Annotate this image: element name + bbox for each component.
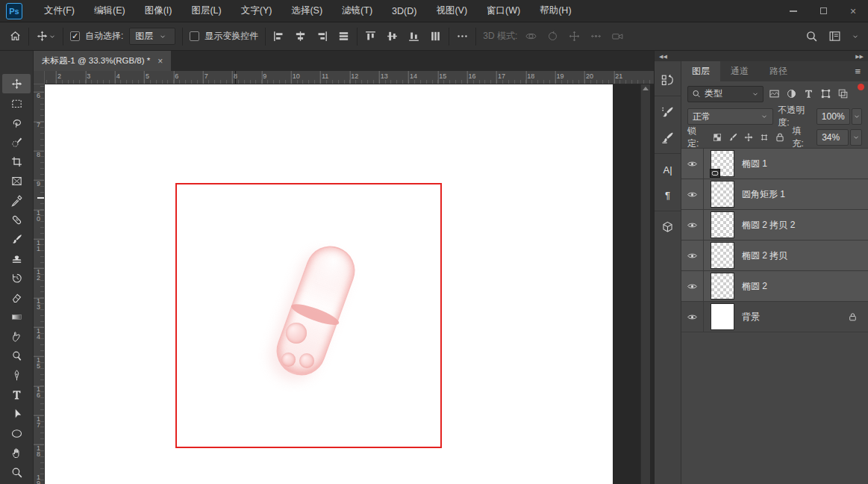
panel-tab-paths[interactable]: 路径 xyxy=(759,61,798,81)
layer-visibility-toggle[interactable] xyxy=(681,271,704,301)
layer-thumbnail[interactable] xyxy=(711,242,734,269)
menu-item-select[interactable]: 选择(S) xyxy=(281,0,332,22)
layer-thumbnail[interactable] xyxy=(711,273,734,300)
panel-tab-channels[interactable]: 通道 xyxy=(720,61,759,81)
tab-close-icon[interactable]: × xyxy=(157,56,163,66)
menu-item-file[interactable]: 文件(F) xyxy=(34,0,84,22)
workspace-icon[interactable] xyxy=(828,30,841,43)
minimize-button[interactable] xyxy=(778,0,808,22)
lasso-tool[interactable] xyxy=(2,113,31,132)
panel-strip-character-icon[interactable]: A| xyxy=(655,157,681,182)
scroll-up-arrow[interactable] xyxy=(643,87,649,90)
clone-stamp-tool[interactable] xyxy=(2,249,31,268)
layer-visibility-toggle[interactable] xyxy=(681,149,704,179)
more-options-icon[interactable] xyxy=(456,30,469,43)
type-tool[interactable] xyxy=(2,385,31,404)
frame-tool[interactable] xyxy=(2,171,31,190)
maximize-button[interactable] xyxy=(808,0,838,22)
menu-item-type[interactable]: 文字(Y) xyxy=(231,0,282,22)
search-icon[interactable] xyxy=(805,30,818,43)
opacity-input[interactable]: 100% xyxy=(817,108,850,125)
opacity-dropdown-button[interactable] xyxy=(852,108,862,125)
menu-item-layer[interactable]: 图层(L) xyxy=(181,0,231,22)
pixel-filter-icon[interactable] xyxy=(769,88,780,99)
type-filter-icon[interactable] xyxy=(803,88,814,99)
layer-visibility-toggle[interactable] xyxy=(681,302,704,332)
filter-toggle-light[interactable] xyxy=(858,84,864,90)
menu-item-window[interactable]: 窗口(W) xyxy=(477,0,530,22)
eyedropper-tool[interactable] xyxy=(2,190,31,210)
path-select-tool[interactable] xyxy=(2,404,31,424)
history-brush-tool[interactable] xyxy=(2,268,31,288)
panel-strip-3d-icon[interactable] xyxy=(655,214,681,240)
menu-item-help[interactable]: 帮助(H) xyxy=(530,0,581,22)
hand-tool[interactable] xyxy=(2,443,31,462)
zoom-tool[interactable] xyxy=(2,462,31,482)
panel-strip-brushes-icon[interactable] xyxy=(655,125,681,150)
fill-dropdown-button[interactable] xyxy=(850,129,862,146)
fill-input[interactable]: 34% xyxy=(817,129,849,146)
auto-select-target-dropdown[interactable]: 图层 xyxy=(129,28,175,45)
eraser-tool[interactable] xyxy=(2,288,31,307)
shape-filter-icon[interactable] xyxy=(820,88,831,99)
gradient-tool[interactable] xyxy=(2,307,31,326)
padlock-icon[interactable] xyxy=(775,132,785,143)
artboard-icon[interactable] xyxy=(759,132,769,143)
dodge-tool[interactable] xyxy=(2,346,31,365)
blend-mode-dropdown[interactable]: 正常 xyxy=(687,108,773,125)
align-left-icon[interactable] xyxy=(272,30,285,43)
panel-strip-history-icon[interactable] xyxy=(655,67,681,93)
align-middle-icon[interactable] xyxy=(386,30,399,43)
layer-thumbnail[interactable] xyxy=(711,150,734,177)
move-tool[interactable] xyxy=(2,74,31,93)
move-small-icon[interactable] xyxy=(743,132,754,143)
layer-row[interactable]: 圆角矩形 1 xyxy=(681,179,868,210)
align-top-icon[interactable] xyxy=(364,30,377,43)
panel-tab-layers[interactable]: 图层 xyxy=(681,61,720,81)
chevron-down-icon[interactable] xyxy=(49,33,56,40)
align-bottom-icon[interactable] xyxy=(408,30,420,43)
distribute-h-icon[interactable] xyxy=(337,30,350,43)
distribute-v-icon[interactable] xyxy=(429,30,442,43)
quick-select-tool[interactable] xyxy=(2,132,31,152)
layer-thumbnail[interactable] xyxy=(711,181,734,208)
brush-tool[interactable] xyxy=(2,229,31,249)
home-icon[interactable] xyxy=(9,30,22,43)
document-canvas[interactable] xyxy=(45,84,613,484)
menu-item-filter[interactable]: 滤镜(T) xyxy=(332,0,382,22)
close-button[interactable]: × xyxy=(838,0,868,22)
align-center-h-icon[interactable] xyxy=(294,30,307,43)
healing-brush-tool[interactable] xyxy=(2,210,31,229)
canvas-viewport[interactable] xyxy=(45,84,654,484)
pen-tool[interactable] xyxy=(2,365,31,385)
align-right-icon[interactable] xyxy=(316,30,328,43)
layer-row[interactable]: 椭圆 2 拷贝 2 xyxy=(681,210,868,241)
crop-tool[interactable] xyxy=(2,152,31,171)
layer-row[interactable]: 椭圆 1 xyxy=(681,149,868,179)
smudge-tool[interactable] xyxy=(2,326,31,346)
collapse-dock-right-icon[interactable]: ▶▶ xyxy=(855,54,864,59)
document-tab[interactable]: 未标题-1 @ 33.3%(RGB/8) * × xyxy=(34,51,171,71)
layer-row[interactable]: 椭圆 2 拷贝 xyxy=(681,241,868,271)
collapse-dock-left-icon[interactable]: ◀◀ xyxy=(659,54,667,59)
layer-thumbnail[interactable] xyxy=(711,211,734,238)
menu-item-view[interactable]: 视图(V) xyxy=(426,0,477,22)
layer-row[interactable]: 椭圆 2 xyxy=(681,271,868,302)
layer-filter-dropdown[interactable]: 类型 xyxy=(687,86,764,102)
layer-visibility-toggle[interactable] xyxy=(681,179,704,209)
chevron-down-icon[interactable] xyxy=(852,33,859,40)
panel-strip-paragraph-icon[interactable]: ¶ xyxy=(655,182,681,208)
panel-strip-brush-settings-icon[interactable] xyxy=(655,99,681,125)
checker-icon[interactable] xyxy=(712,132,722,143)
layer-visibility-toggle[interactable] xyxy=(681,210,704,240)
marquee-tool[interactable] xyxy=(2,93,31,113)
smart-filter-icon[interactable] xyxy=(837,88,849,99)
brush-small-icon[interactable] xyxy=(728,132,738,143)
move-tool-preset-icon[interactable] xyxy=(36,30,49,43)
ellipse-tool[interactable] xyxy=(2,424,31,443)
menu-item-image[interactable]: 图像(I) xyxy=(135,0,182,22)
auto-select-checkbox[interactable]: ✓ xyxy=(70,31,80,41)
adjust-filter-icon[interactable] xyxy=(786,88,797,99)
layer-thumbnail[interactable] xyxy=(711,303,734,330)
vertical-scrollbar[interactable] xyxy=(640,84,650,484)
